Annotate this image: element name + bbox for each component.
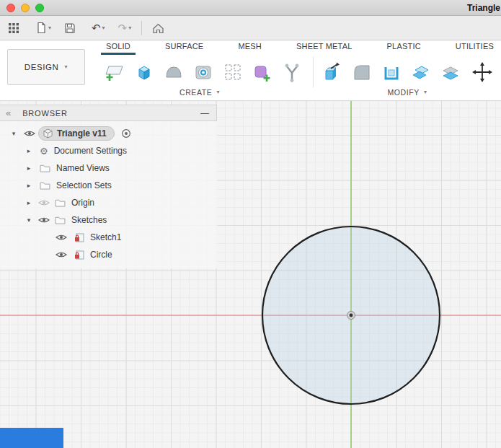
expand-arrow-icon[interactable]: ▸ — [24, 182, 34, 189]
tab-surface[interactable]: SURFACE — [160, 40, 208, 55]
tree-item-document-settings[interactable]: ▸ ⚙ Document Settings — [0, 142, 217, 159]
press-pull-icon — [321, 61, 344, 84]
close-button[interactable] — [6, 4, 15, 12]
move-button[interactable] — [469, 57, 496, 87]
home-view-button[interactable] — [150, 19, 167, 38]
tree-item-label: Named Views — [56, 163, 110, 173]
redo-caret-icon: ▾ — [128, 25, 131, 31]
origin-point-inner — [350, 314, 353, 317]
browser-header: « BROWSER — — [0, 105, 217, 121]
tree-item-label: Origin — [71, 198, 94, 208]
visibility-eye-icon[interactable] — [24, 130, 35, 137]
pattern-button[interactable] — [219, 57, 247, 87]
create-form-button[interactable] — [249, 57, 276, 87]
home-icon — [152, 22, 164, 34]
save-icon — [64, 22, 76, 34]
undo-icon: ↶ — [92, 22, 101, 35]
tree-item-label: Sketches — [71, 215, 107, 225]
pattern-icon — [221, 61, 244, 84]
canvas-viewport[interactable]: « BROWSER — ▾ Triangle v11 ▸ ⚙ D — [0, 101, 501, 448]
revolve-icon — [162, 61, 185, 84]
design-caret-icon: ▾ — [65, 64, 68, 70]
combine-button[interactable] — [407, 57, 435, 87]
y-branch-tool-button[interactable] — [278, 57, 306, 87]
fillet-icon — [350, 61, 373, 84]
visibility-eye-icon[interactable] — [38, 216, 50, 224]
create-form-icon — [251, 61, 274, 84]
design-workspace-label: DESIGN — [25, 63, 59, 71]
redo-button[interactable]: ↷ ▾ — [116, 19, 134, 38]
tree-item-root-component[interactable]: ▾ Triangle v11 — [0, 125, 217, 142]
tree-item-label: Document Settings — [54, 146, 127, 156]
minimize-window-button[interactable] — [21, 4, 30, 12]
tab-mesh[interactable]: MESH — [233, 40, 267, 55]
browser-title: BROWSER — [22, 109, 67, 118]
app-grid-button[interactable] — [6, 19, 22, 38]
file-icon — [35, 22, 47, 34]
ribbon: DESIGN ▾ SOLID SURFACE MESH SHEET METAL … — [0, 41, 501, 101]
tab-plastic[interactable]: PLASTIC — [382, 40, 426, 55]
save-button[interactable] — [62, 19, 78, 38]
tree-item-selection-sets[interactable]: ▸ Selection Sets — [0, 177, 217, 194]
tree-item-origin[interactable]: ▸ Origin — [0, 194, 217, 211]
collapse-panel-icon[interactable]: « — [6, 108, 11, 118]
redo-icon: ↷ — [118, 22, 128, 35]
design-workspace-button[interactable]: DESIGN ▾ — [7, 49, 85, 85]
create-sketch-button[interactable] — [101, 57, 128, 87]
create-caret-icon: ▾ — [216, 89, 220, 95]
file-menu-button[interactable]: ▾ — [33, 19, 53, 38]
gear-icon: ⚙ — [40, 146, 48, 156]
tree-item-circle[interactable]: Circle — [0, 246, 217, 263]
traffic-lights — [0, 4, 44, 12]
tree-item-label: Selection Sets — [56, 180, 112, 190]
toolbar-separator — [141, 21, 142, 35]
move-icon — [471, 61, 494, 84]
zoom-window-button[interactable] — [35, 4, 44, 12]
visibility-eye-off-icon[interactable] — [38, 199, 50, 206]
y-branch-tool-icon — [280, 61, 303, 84]
hole-icon — [192, 61, 215, 84]
revolve-button[interactable] — [160, 57, 187, 87]
tree-item-label: Circle — [90, 250, 112, 260]
undo-button[interactable]: ↶ ▾ — [89, 19, 107, 38]
app-grid-icon — [8, 22, 19, 34]
fusion-window: Triangle ▾ — [0, 0, 501, 448]
expand-arrow-icon[interactable]: ▸ — [24, 199, 34, 206]
fillet-button[interactable] — [348, 57, 376, 87]
folder-icon — [55, 216, 66, 224]
collapse-arrow-icon[interactable]: ▾ — [24, 216, 34, 224]
create-sketch-icon — [103, 61, 126, 84]
extrude-icon — [133, 61, 156, 84]
expand-arrow-icon[interactable]: ▸ — [24, 164, 34, 172]
tab-solid[interactable]: SOLID — [101, 40, 136, 55]
visibility-eye-icon[interactable] — [56, 234, 67, 241]
expand-arrow-icon[interactable]: ▸ — [24, 147, 34, 154]
titlebar: Triangle — [0, 0, 501, 16]
tree-item-sketches[interactable]: ▾ Sketches — [0, 211, 217, 229]
tab-sheet-metal[interactable]: SHEET METAL — [291, 40, 358, 55]
offset-plane-icon — [439, 61, 462, 84]
tree-item-sketch1[interactable]: Sketch1 — [0, 229, 217, 246]
activate-component-icon[interactable] — [121, 128, 131, 139]
modify-caret-icon: ▾ — [424, 89, 427, 95]
shell-button[interactable] — [378, 57, 405, 87]
visibility-eye-icon[interactable] — [56, 251, 67, 258]
create-dropdown[interactable]: CREATE ▾ — [171, 88, 229, 97]
tab-utilities[interactable]: UTILITIES — [451, 40, 499, 55]
minimize-panel-icon[interactable]: — — [200, 109, 209, 118]
modify-dropdown[interactable]: MODIFY ▾ — [378, 88, 436, 97]
collapse-arrow-icon[interactable]: ▾ — [9, 130, 19, 137]
selected-item-pill[interactable]: Triangle v11 — [38, 126, 115, 141]
folder-icon — [40, 181, 50, 190]
combine-icon — [409, 61, 433, 84]
undo-caret-icon: ▾ — [102, 25, 105, 31]
file-menu-caret-icon: ▾ — [48, 25, 51, 31]
timeline-panel[interactable] — [0, 428, 63, 448]
tree-item-named-views[interactable]: ▸ Named Views — [0, 159, 217, 177]
browser-panel: « BROWSER — ▾ Triangle v11 ▸ ⚙ D — [0, 105, 217, 268]
extrude-button[interactable] — [130, 57, 158, 87]
hole-button[interactable] — [190, 57, 217, 87]
sketch-icon — [74, 232, 84, 242]
press-pull-button[interactable] — [319, 57, 346, 87]
offset-plane-button[interactable] — [437, 57, 464, 87]
